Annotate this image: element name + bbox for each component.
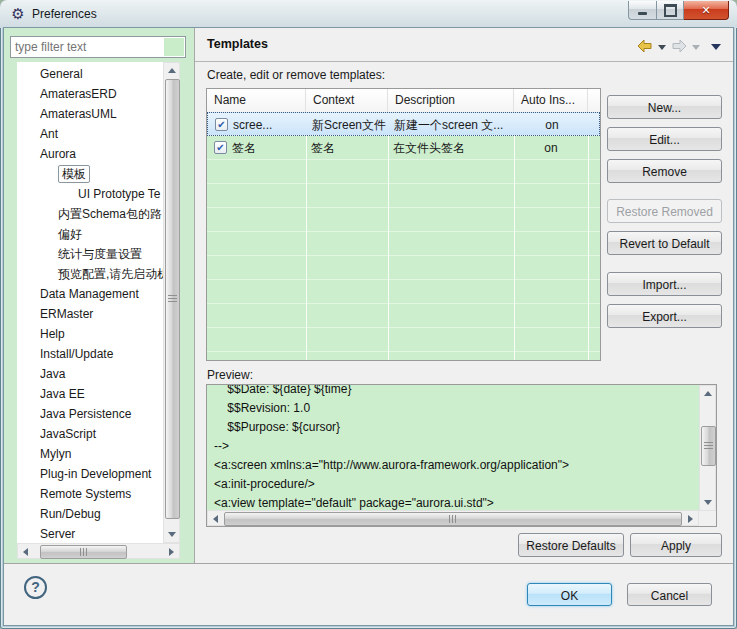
table-header: Name Context Description Auto Ins... xyxy=(207,89,600,113)
column-header-description[interactable]: Description xyxy=(388,89,514,112)
scroll-down-icon[interactable] xyxy=(700,495,715,510)
panel-sash[interactable] xyxy=(194,28,195,563)
cell-name: 签名 xyxy=(232,136,302,160)
tree-item-javascript[interactable]: JavaScript xyxy=(17,424,163,444)
tree-item-preview-config[interactable]: 预览配置,请先启动机 xyxy=(17,264,163,284)
tree-horizontal-scrollbar[interactable] xyxy=(17,543,180,559)
tree-item-data-management[interactable]: Data Management xyxy=(17,284,163,304)
revert-to-default-button[interactable]: Revert to Default xyxy=(607,231,722,255)
apply-button[interactable]: Apply xyxy=(630,533,722,557)
row-checkbox[interactable]: ✔ xyxy=(214,141,227,154)
tree-item-mylyn[interactable]: Mylyn xyxy=(17,444,163,464)
scroll-up-icon[interactable] xyxy=(700,386,715,401)
tree-vscroll-thumb[interactable] xyxy=(165,79,180,519)
tree-item-run-debug[interactable]: Run/Debug xyxy=(17,504,163,524)
preview-hscroll-thumb[interactable] xyxy=(224,512,682,526)
tree-item-install-update[interactable]: Install/Update xyxy=(17,344,163,364)
edit-button[interactable]: Edit... xyxy=(607,127,722,151)
tree-item-ant[interactable]: Ant xyxy=(17,124,163,144)
dialog-footer: ? OK Cancel xyxy=(4,564,733,625)
window-controls: ✕ xyxy=(628,1,729,20)
history-toolbar xyxy=(637,39,721,53)
column-header-auto-insert[interactable]: Auto Ins... xyxy=(514,89,588,112)
tree-item-ui-prototype[interactable]: UI Prototype Te xyxy=(17,184,163,204)
cell-context: 签名 xyxy=(311,136,386,160)
export-button[interactable]: Export... xyxy=(607,304,722,328)
cell-auto-insert: on xyxy=(515,113,589,137)
header-divider xyxy=(195,61,733,62)
filter-input[interactable] xyxy=(11,37,163,57)
help-button[interactable]: ? xyxy=(24,576,47,599)
scroll-left-icon[interactable] xyxy=(18,544,33,559)
back-history-dropdown-icon[interactable] xyxy=(658,45,666,50)
tree-item-java-ee[interactable]: Java EE xyxy=(17,384,163,404)
tree-item-remote-systems[interactable]: Remote Systems xyxy=(17,484,163,504)
back-icon[interactable] xyxy=(637,39,653,53)
tree-item-general[interactable]: General xyxy=(17,64,163,84)
row-checkbox[interactable]: ✔ xyxy=(215,118,228,131)
preview-code-lines: $$Date: ${date} ${time} $$Revision: 1.0 … xyxy=(207,385,699,511)
cell-context: 新Screen文件 xyxy=(312,113,387,137)
dialog-client-area: General AmaterasERD AmaterasUML Ant Auro… xyxy=(4,28,733,625)
scroll-left-icon[interactable] xyxy=(208,511,223,526)
cell-name: scree... xyxy=(233,113,303,137)
cancel-button[interactable]: Cancel xyxy=(627,583,712,606)
column-header-context[interactable]: Context xyxy=(306,89,388,112)
tree-item-help[interactable]: Help xyxy=(17,324,163,344)
column-header-name[interactable]: Name xyxy=(207,89,306,112)
preferences-tree: General AmaterasERD AmaterasUML Ant Auro… xyxy=(17,62,180,559)
tree-item-builtin-schema[interactable]: 内置Schema包的路 xyxy=(17,204,163,224)
sidebar: General AmaterasERD AmaterasUML Ant Auro… xyxy=(4,28,194,563)
tree-item-metrics[interactable]: 统计与度量设置 xyxy=(17,244,163,264)
table-body: ✔ scree... 新Screen文件 新建一个screen 文... on … xyxy=(207,112,600,360)
tree-item-java-persistence[interactable]: Java Persistence xyxy=(17,404,163,424)
cell-description: 在文件头签名 xyxy=(393,136,511,160)
table-row-screen-template[interactable]: ✔ scree... 新Screen文件 新建一个screen 文... on xyxy=(207,112,600,136)
restore-defaults-button[interactable]: Restore Defaults xyxy=(518,533,624,557)
scroll-right-icon[interactable] xyxy=(164,544,179,559)
filter-field-end-decor xyxy=(164,38,184,56)
tree-item-amaterasuml[interactable]: AmaterasUML xyxy=(17,104,163,124)
templates-table: Name Context Description Auto Ins... ✔ s… xyxy=(206,88,601,361)
cell-description: 新建一个screen 文... xyxy=(394,113,512,137)
preview-horizontal-scrollbar[interactable] xyxy=(207,510,699,526)
import-button[interactable]: Import... xyxy=(607,272,722,296)
preview-vscroll-thumb[interactable] xyxy=(701,426,716,466)
preferences-window: ⚙ Preferences ✕ General AmaterasERD Amat… xyxy=(0,0,737,629)
scroll-up-icon[interactable] xyxy=(164,63,179,78)
tree-item-server[interactable]: Server xyxy=(17,524,163,542)
tree-item-aurora[interactable]: Aurora xyxy=(17,144,163,164)
close-icon: ✕ xyxy=(701,4,710,17)
new-button[interactable]: New... xyxy=(607,95,722,119)
tree-item-java[interactable]: Java xyxy=(17,364,163,384)
tree-item-preference[interactable]: 偏好 xyxy=(17,224,163,244)
tree-vertical-scrollbar[interactable] xyxy=(163,62,180,543)
maximize-button[interactable] xyxy=(657,1,684,20)
preview-vertical-scrollbar[interactable] xyxy=(699,385,716,511)
view-menu-icon[interactable] xyxy=(711,44,721,50)
minimize-button[interactable] xyxy=(628,1,657,20)
close-button[interactable]: ✕ xyxy=(684,1,729,20)
ok-button[interactable]: OK xyxy=(527,583,612,606)
preview-code-viewer[interactable]: $$Date: ${date} ${time} $$Revision: 1.0 … xyxy=(207,385,699,511)
scroll-down-icon[interactable] xyxy=(164,527,179,542)
tree-item-ermaster[interactable]: ERMaster xyxy=(17,304,163,324)
tree-hscroll-thumb[interactable] xyxy=(40,545,127,559)
section-label: Create, edit or remove templates: xyxy=(207,68,385,82)
preview-label: Preview: xyxy=(207,368,253,382)
table-row-signature-template[interactable]: ✔ 签名 签名 在文件头签名 on xyxy=(207,136,600,160)
window-title: Preferences xyxy=(32,7,97,21)
restore-removed-button: Restore Removed xyxy=(607,199,722,223)
cell-auto-insert: on xyxy=(514,136,588,160)
remove-button[interactable]: Remove xyxy=(607,159,722,183)
tree-item-amateraserd[interactable]: AmaterasERD xyxy=(17,84,163,104)
scroll-right-icon[interactable] xyxy=(683,511,698,526)
title-bar[interactable]: ⚙ Preferences ✕ xyxy=(0,0,737,28)
tree-item-plugin-development[interactable]: Plug-in Development xyxy=(17,464,163,484)
forward-history-dropdown-icon[interactable] xyxy=(692,45,700,50)
page-title: Templates xyxy=(207,37,268,51)
tree-item-templates-selected[interactable]: 模板 xyxy=(17,164,163,184)
filter-field-frame xyxy=(10,36,186,58)
maximize-icon xyxy=(664,4,677,17)
forward-icon[interactable] xyxy=(671,39,687,53)
